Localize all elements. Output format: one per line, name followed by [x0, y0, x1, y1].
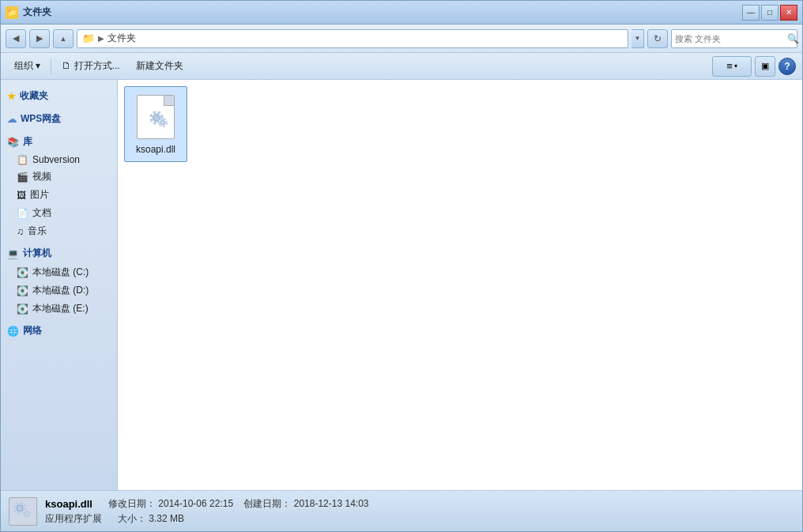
breadcrumb-folder-icon: 📁	[82, 32, 95, 44]
library-icon: 📚	[7, 137, 19, 148]
sidebar-header-favorites[interactable]: ★ 收藏夹	[1, 86, 117, 106]
sidebar-section-wps: ☁ WPS网盘	[1, 109, 117, 129]
sidebar-diskd-label: 本地磁盘 (D:)	[32, 284, 89, 297]
subversion-icon: 📋	[17, 154, 28, 165]
sidebar-network-label: 网络	[23, 324, 42, 338]
wps-icon: ☁	[7, 114, 17, 125]
toolbar-separator-1	[51, 58, 51, 74]
sidebar-header-library[interactable]: 📚 库	[1, 132, 117, 152]
title-bar-left: 📁 文件夹	[6, 6, 51, 19]
diskd-icon: 💽	[17, 285, 28, 296]
sidebar-item-diskd[interactable]: 💽 本地磁盘 (D:)	[1, 281, 117, 300]
images-icon: 🖼	[17, 190, 26, 201]
maximize-button[interactable]: □	[761, 5, 778, 21]
sidebar-section-favorites: ★ 收藏夹	[1, 86, 117, 106]
breadcrumb-path: 文件夹	[107, 32, 136, 45]
search-icon[interactable]: 🔍	[787, 33, 799, 44]
sidebar-item-diske[interactable]: 💽 本地磁盘 (E:)	[1, 300, 117, 318]
sidebar-diskc-label: 本地磁盘 (C:)	[32, 266, 89, 279]
title-bar-folder-icon: 📁	[6, 6, 18, 19]
sidebar-video-label: 视频	[32, 170, 51, 183]
status-filename: ksoapi.dll	[45, 498, 92, 510]
diskc-icon: 💽	[17, 267, 28, 278]
sidebar-images-label: 图片	[30, 188, 49, 202]
sidebar-item-diskc[interactable]: 💽 本地磁盘 (C:)	[1, 263, 117, 281]
file-icon-ksoapi	[132, 93, 179, 141]
sidebar-section-network: 🌐 网络	[1, 321, 117, 341]
search-bar: 🔍	[671, 29, 797, 48]
back-button[interactable]: ◀	[6, 29, 26, 48]
sidebar-computer-label: 计算机	[23, 247, 51, 260]
sidebar-header-computer[interactable]: 💻 计算机	[1, 243, 117, 263]
title-bar: 📁 文件夹 — □ ✕	[1, 1, 802, 25]
breadcrumb-separator: ▶	[98, 34, 104, 43]
main-content: ★ 收藏夹 ☁ WPS网盘 📚 库 📋 Subversion	[1, 80, 802, 490]
sidebar-favorites-label: 收藏夹	[20, 89, 48, 103]
status-size-label: 大小：	[118, 513, 146, 524]
file-item-ksoapi[interactable]: ksoapi.dll	[124, 86, 187, 162]
search-input[interactable]	[675, 34, 784, 43]
sidebar-section-computer: 💻 计算机 💽 本地磁盘 (C:) 💽 本地磁盘 (D:) 💽 本地磁盘 (E:…	[1, 243, 117, 318]
organize-button[interactable]: 组织 ▾	[7, 56, 47, 77]
forward-button[interactable]: ▶	[29, 29, 50, 48]
status-info: ksoapi.dll 修改日期： 2014-10-06 22:15 创建日期： …	[45, 497, 369, 526]
sidebar-item-music[interactable]: ♫ 音乐	[1, 222, 117, 240]
sidebar-library-label: 库	[23, 135, 32, 149]
toolbar: 组织 ▾ 🗋 打开方式... 新建文件夹 ≡ ▾ ▣ ?	[1, 53, 802, 80]
help-button[interactable]: ?	[778, 58, 796, 75]
sidebar-music-label: 音乐	[28, 224, 47, 238]
sidebar-section-library: 📚 库 📋 Subversion 🎬 视频 🖼 图片 📄 文档	[1, 132, 117, 240]
status-size-value: 3.32 MB	[149, 513, 184, 524]
sidebar-item-docs[interactable]: 📄 文档	[1, 204, 117, 222]
svg-point-4	[17, 505, 23, 511]
status-row-1: ksoapi.dll 修改日期： 2014-10-06 22:15 创建日期： …	[45, 497, 369, 511]
dll-icon-svg	[141, 103, 170, 131]
status-type: 应用程序扩展	[45, 512, 102, 526]
sidebar-subversion-label: Subversion	[32, 154, 80, 165]
status-modify: 修改日期： 2014-10-06 22:15 创建日期： 2018-12-13 …	[108, 497, 369, 511]
status-dll-icon-svg	[12, 500, 34, 523]
open-with-button[interactable]: 🗋 打开方式...	[55, 56, 126, 77]
status-file-icon	[9, 497, 37, 526]
status-bar: ksoapi.dll 修改日期： 2014-10-06 22:15 创建日期： …	[1, 490, 802, 531]
window-controls: — □ ✕	[742, 5, 797, 21]
window-title: 文件夹	[23, 6, 51, 19]
favorites-icon: ★	[7, 91, 16, 102]
music-icon: ♫	[17, 226, 24, 237]
window: 📁 文件夹 — □ ✕ ◀ ▶ ▲ 📁 ▶ 文件夹 ▼ ↻ 🔍 组织 ▾ 🗋 打…	[0, 0, 803, 532]
sidebar-item-video[interactable]: 🎬 视频	[1, 168, 117, 186]
up-button[interactable]: ▲	[53, 29, 74, 48]
sidebar-header-network[interactable]: 🌐 网络	[1, 321, 117, 341]
docs-icon: 📄	[17, 208, 28, 219]
status-create-date: 2018-12-13 14:03	[294, 498, 369, 509]
svg-point-0	[153, 115, 160, 122]
address-dropdown-button[interactable]: ▼	[631, 29, 644, 48]
svg-point-2	[160, 120, 165, 125]
status-size: 大小： 3.32 MB	[118, 512, 184, 526]
sidebar-docs-label: 文档	[32, 206, 51, 220]
address-bar: ◀ ▶ ▲ 📁 ▶ 文件夹 ▼ ↻ 🔍	[1, 25, 802, 53]
sidebar-wps-label: WPS网盘	[21, 112, 61, 126]
refresh-button[interactable]: ↻	[647, 29, 668, 48]
view-toggle-button[interactable]: ≡ ▾	[712, 56, 752, 77]
sidebar-item-images[interactable]: 🖼 图片	[1, 186, 117, 204]
sidebar: ★ 收藏夹 ☁ WPS网盘 📚 库 📋 Subversion	[1, 80, 118, 490]
sidebar-diske-label: 本地磁盘 (E:)	[32, 302, 89, 315]
sidebar-item-subversion[interactable]: 📋 Subversion	[1, 152, 117, 168]
status-modify-date: 2014-10-06 22:15	[158, 498, 233, 509]
computer-icon: 💻	[7, 248, 19, 259]
pane-toggle-button[interactable]: ▣	[755, 56, 775, 77]
status-create-label: 创建日期：	[243, 498, 291, 509]
status-modify-label: 修改日期：	[108, 498, 156, 509]
file-page	[137, 95, 175, 139]
minimize-button[interactable]: —	[742, 5, 760, 21]
address-breadcrumb[interactable]: 📁 ▶ 文件夹	[77, 29, 628, 48]
file-area[interactable]: ksoapi.dll	[118, 80, 802, 490]
new-folder-button[interactable]: 新建文件夹	[129, 56, 190, 77]
toolbar-right-buttons: ≡ ▾ ▣ ?	[712, 56, 796, 77]
file-label-ksoapi: ksoapi.dll	[136, 144, 175, 155]
diske-icon: 💽	[17, 304, 28, 315]
sidebar-header-wps[interactable]: ☁ WPS网盘	[1, 109, 117, 129]
video-icon: 🎬	[17, 172, 28, 183]
close-button[interactable]: ✕	[780, 5, 797, 21]
